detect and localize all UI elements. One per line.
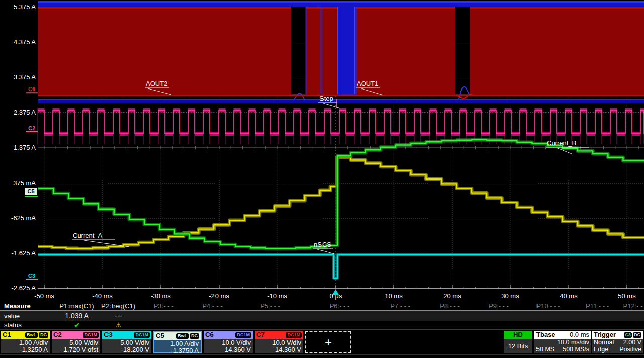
measure-p2-status-warn-icon: ⚠ [97, 321, 140, 329]
svg-text:Current_A: Current_A [73, 232, 103, 239]
timebase-delay: 0.0 ms [570, 331, 589, 339]
channel-offset: -1.3250 A [1, 346, 48, 353]
coupling-badge: DC1M [134, 332, 150, 338]
channel-id-label: C6 [205, 331, 214, 339]
channel-descriptor-c6[interactable]: C6DC1M10.0 V/div14.360 V [204, 331, 253, 353]
svg-text:-20 ms: -20 ms [209, 292, 229, 300]
trigger-title: Trigger [594, 331, 616, 339]
channel-descriptor-c5[interactable]: C5BwLDC1.00 A/div-1.3750 A [153, 331, 202, 353]
measure-status-label: status [0, 321, 57, 329]
svg-text:40 ms: 40 ms [560, 292, 578, 300]
measure-table: Measure P1:max(C1)P2:freq(C1)P3:- - -P4:… [0, 302, 644, 329]
svg-text:C2: C2 [28, 125, 35, 131]
measure-title: Measure [0, 302, 57, 310]
svg-text:-50 ms: -50 ms [34, 292, 54, 300]
channel-descriptor-c3[interactable]: C3DC1M5.00 V/div-18.200 V [102, 331, 151, 353]
svg-text:10 ms: 10 ms [385, 292, 403, 300]
measure-p8-header[interactable]: P8:- - - [425, 302, 474, 310]
svg-text:C6: C6 [28, 86, 35, 92]
trigger-box[interactable]: Trigger C3 DC Normal 2.00 V Edge Positiv… [592, 331, 643, 353]
svg-text:20 ms: 20 ms [443, 292, 461, 300]
channel-scale: 1.00 A/div [1, 339, 48, 346]
trigger-source-badge: C3 [624, 332, 632, 338]
svg-text:-2.625 A: -2.625 A [12, 284, 36, 292]
svg-text:1.375 A: 1.375 A [14, 144, 36, 151]
svg-text:C3: C3 [28, 273, 35, 279]
svg-text:-625 mA: -625 mA [11, 214, 36, 222]
trigger-mode: Normal [594, 339, 614, 346]
measure-p2-value: --- [97, 312, 140, 320]
channel-scale: 10.0 V/div [255, 339, 301, 346]
measure-p9-header[interactable]: P9:- - - [474, 302, 523, 310]
measure-p4-header[interactable]: P4:- - - [187, 302, 238, 310]
plus-icon: + [325, 335, 332, 349]
svg-text:30 ms: 30 ms [501, 292, 519, 300]
measure-p12-header[interactable]: P12:- - - [622, 302, 644, 310]
trace-aout-pwm [38, 1, 644, 103]
measure-p10-header[interactable]: P10:- - - [523, 302, 573, 310]
timebase-samples: 50 MS [536, 346, 554, 353]
measure-value-label: value [0, 312, 57, 320]
channel-offset: 14.360 V [204, 346, 251, 353]
trigger-level: 2.00 V [623, 339, 641, 346]
coupling-badge: DC1M [286, 332, 302, 338]
measure-p1-value: 1.039 A [57, 312, 97, 320]
hd-mode-label: HD [504, 331, 532, 339]
channel-id-label: C1 [3, 331, 11, 339]
svg-text:3.375 A: 3.375 A [14, 73, 36, 81]
timebase-box[interactable]: Tbase 0.0 ms 10.0 ms/div 50 MS 500 MS/s [534, 331, 591, 353]
coupling-badge: DC [190, 333, 199, 339]
svg-text:Step: Step [319, 95, 333, 102]
svg-text:AOUT1: AOUT1 [357, 80, 378, 87]
svg-text:nSCS: nSCS [314, 241, 331, 248]
measure-header-row: Measure P1:max(C1)P2:freq(C1)P3:- - -P4:… [0, 302, 644, 311]
coupling-badge: BwL [176, 333, 189, 339]
bit-depth-label: 12 Bits [504, 339, 532, 350]
svg-text:375 mA: 375 mA [13, 179, 36, 187]
coupling-badge: BwL [25, 332, 38, 338]
measure-p5-header[interactable]: P5:- - - [238, 302, 303, 310]
channel-id-label: C3 [104, 331, 113, 339]
timebase-rate: 500 MS/s [563, 346, 589, 353]
svg-text:-10 ms: -10 ms [267, 292, 287, 300]
coupling-badge: DC1M [83, 332, 99, 338]
channel-offset: 14.360 V [255, 346, 301, 353]
trigger-slope: Positive [619, 346, 641, 353]
svg-text:AOUT2: AOUT2 [146, 80, 167, 87]
coupling-badge: DC1M [235, 332, 251, 338]
svg-text:-1.625 A: -1.625 A [12, 249, 36, 257]
svg-text:2.375 A: 2.375 A [14, 109, 36, 116]
waveform-display[interactable]: 5.375 A4.375 A3.375 A2.375 A1.375 A375 m… [0, 0, 644, 301]
measure-p3-header[interactable]: P3:- - - [140, 302, 187, 310]
channel-id-label: C2 [53, 331, 62, 339]
svg-text:Current_B: Current_B [547, 139, 576, 147]
trigger-coupling-badge: DC [633, 332, 641, 338]
channel-descriptor-c1[interactable]: C1BwLDC1.00 A/div-1.3250 A [1, 331, 50, 353]
channel-id-label: C7 [256, 331, 265, 339]
svg-text:50 ms: 50 ms [618, 292, 636, 300]
channel-offset: -18.200 V [102, 346, 149, 353]
measure-p6-header[interactable]: P6:- - - [303, 302, 376, 310]
channel-scale: 5.00 V/div [102, 339, 149, 346]
svg-text:-30 ms: -30 ms [151, 292, 171, 300]
channel-offset: -1.3750 A [154, 347, 199, 354]
add-trace-button[interactable]: + [305, 331, 351, 353]
svg-text:4.375 A: 4.375 A [14, 38, 36, 46]
channel-id-label: C5 [156, 332, 164, 340]
measure-p2-header[interactable]: P2:freq(C1) [97, 302, 140, 310]
acquisition-mode-box[interactable]: HD 12 Bits [504, 331, 532, 353]
descriptor-bar: C1BwLDC1.00 A/div-1.3250 AC2DC1M5.00 V/d… [0, 329, 644, 358]
measure-p1-status-ok-icon: ✔ [57, 321, 97, 329]
channel-descriptor-c2[interactable]: C2DC1M5.00 V/div1.720 V ofst [52, 331, 100, 353]
timebase-per-div: 10.0 ms/div [557, 339, 589, 346]
coupling-badge: DC [39, 332, 48, 338]
timebase-title: Tbase [536, 331, 555, 339]
measure-status-row: status ✔⚠ [0, 321, 644, 329]
measure-p1-header[interactable]: P1:max(C1) [57, 302, 97, 310]
channel-scale: 1.00 A/div [154, 340, 199, 347]
measure-p7-header[interactable]: P7:- - - [376, 302, 425, 310]
channel-scale: 10.0 V/div [204, 339, 251, 346]
channel-descriptor-c7[interactable]: C7DC1M10.0 V/div14.360 V [255, 331, 303, 353]
measure-p11-header[interactable]: P11:- - - [573, 302, 622, 310]
channel-scale: 5.00 V/div [52, 339, 98, 346]
